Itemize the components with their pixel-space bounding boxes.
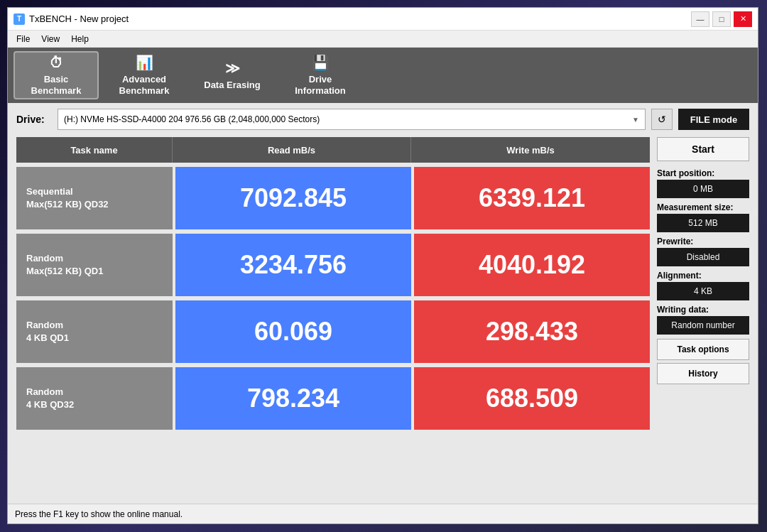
prewrite-label: Prewrite: — [657, 237, 749, 246]
basic-benchmark-icon: ⏱ — [49, 55, 63, 71]
alignment-group: Alignment: 4 KB — [657, 271, 749, 300]
main-window: T TxBENCH - New project — □ ✕ File View … — [7, 7, 758, 524]
advanced-benchmark-label: AdvancedBenchmark — [119, 74, 170, 96]
drive-select[interactable]: (H:) NVMe HS-SSD-A4000 204 976.56 GB (2,… — [58, 109, 646, 130]
row-label-random-512kb: RandomMax(512 KB) QD1 — [16, 234, 173, 296]
status-text: Press the F1 key to show the online manu… — [15, 509, 183, 519]
writing-data-group: Writing data: Random number — [657, 305, 749, 335]
title-bar-controls: — □ ✕ — [691, 11, 752, 27]
window-title: TxBENCH - New project — [29, 13, 129, 24]
alignment-value: 4 KB — [657, 282, 749, 300]
writing-data-value: Random number — [657, 316, 749, 335]
title-bar: T TxBENCH - New project — □ ✕ — [8, 8, 758, 31]
drive-label: Drive: — [16, 114, 52, 125]
read-value-random-512kb: 3234.756 — [175, 234, 411, 296]
close-button[interactable]: ✕ — [734, 11, 752, 27]
menu-bar: File View Help — [8, 31, 758, 48]
toolbar: ⏱ BasicBenchmark 📊 AdvancedBenchmark ≫ D… — [8, 48, 758, 103]
sidebar: Start Start position: 0 MB Measurement s… — [657, 137, 749, 498]
col-header-read: Read mB/s — [173, 137, 411, 163]
start-position-label: Start position: — [657, 168, 749, 178]
alignment-label: Alignment: — [657, 271, 749, 281]
title-bar-left: T TxBENCH - New project — [13, 13, 129, 25]
tab-basic-benchmark[interactable]: ⏱ BasicBenchmark — [13, 51, 99, 99]
measurement-size-label: Measurement size: — [657, 202, 749, 212]
status-bar: Press the F1 key to show the online manu… — [8, 504, 758, 523]
advanced-benchmark-icon: 📊 — [136, 54, 153, 71]
table-header: Task name Read mB/s Write mB/s — [16, 137, 650, 163]
read-value-random-4kb-qd32: 798.234 — [175, 367, 411, 430]
prewrite-value: Disabled — [657, 248, 749, 266]
drive-information-icon: 💾 — [312, 54, 330, 71]
task-options-button[interactable]: Task options — [657, 339, 749, 360]
write-value-sequential: 6339.121 — [414, 167, 650, 229]
write-value-random-512kb: 4040.192 — [414, 234, 650, 296]
measurement-size-value: 512 MB — [657, 214, 749, 232]
tab-drive-information[interactable]: 💾 DriveInformation — [278, 51, 363, 99]
tab-data-erasing[interactable]: ≫ Data Erasing — [190, 51, 275, 99]
drive-refresh-button[interactable]: ↺ — [651, 109, 673, 130]
start-position-group: Start position: 0 MB — [657, 168, 749, 198]
row-label-random-4kb-qd32: Random4 KB QD32 — [16, 367, 173, 430]
main-layout: Task name Read mB/s Write mB/s Sequentia… — [16, 137, 749, 498]
data-erasing-label: Data Erasing — [204, 80, 260, 91]
menu-view[interactable]: View — [36, 33, 65, 45]
write-value-random-4kb-qd1: 298.433 — [414, 300, 650, 363]
writing-data-label: Writing data: — [657, 305, 749, 315]
file-mode-button[interactable]: FILE mode — [678, 109, 749, 130]
start-position-value: 0 MB — [657, 180, 749, 198]
minimize-button[interactable]: — — [691, 11, 709, 27]
basic-benchmark-label: BasicBenchmark — [31, 74, 82, 96]
table-section: Task name Read mB/s Write mB/s Sequentia… — [16, 137, 650, 498]
menu-file[interactable]: File — [11, 33, 36, 45]
history-button[interactable]: History — [657, 363, 749, 384]
write-value-random-4kb-qd32: 688.509 — [414, 367, 650, 430]
row-label-sequential: SequentialMax(512 KB) QD32 — [16, 167, 173, 229]
table-row: Random4 KB QD1 60.069 298.433 — [16, 300, 650, 363]
tab-advanced-benchmark[interactable]: 📊 AdvancedBenchmark — [102, 51, 187, 99]
menu-help[interactable]: Help — [65, 33, 94, 45]
drive-select-text: (H:) NVMe HS-SSD-A4000 204 976.56 GB (2,… — [64, 114, 320, 124]
maximize-button[interactable]: □ — [712, 11, 731, 27]
col-header-write: Write mB/s — [411, 137, 650, 163]
table-body: SequentialMax(512 KB) QD32 7092.845 6339… — [16, 163, 650, 430]
read-value-random-4kb-qd1: 60.069 — [175, 300, 411, 363]
row-label-random-4kb-qd1: Random4 KB QD1 — [16, 300, 173, 363]
refresh-icon: ↺ — [658, 114, 666, 125]
table-row: RandomMax(512 KB) QD1 3234.756 4040.192 — [16, 234, 650, 296]
prewrite-group: Prewrite: Disabled — [657, 237, 749, 266]
drive-row: Drive: (H:) NVMe HS-SSD-A4000 204 976.56… — [16, 109, 749, 130]
data-erasing-icon: ≫ — [225, 60, 240, 77]
read-value-sequential: 7092.845 — [175, 167, 411, 229]
app-icon: T — [13, 13, 25, 25]
start-button[interactable]: Start — [657, 137, 749, 161]
chevron-down-icon: ▼ — [632, 116, 639, 124]
col-header-task: Task name — [16, 137, 173, 163]
table-row: Random4 KB QD32 798.234 688.509 — [16, 367, 650, 430]
table-row: SequentialMax(512 KB) QD32 7092.845 6339… — [16, 167, 650, 229]
content-area: Drive: (H:) NVMe HS-SSD-A4000 204 976.56… — [8, 103, 758, 504]
drive-information-label: DriveInformation — [295, 74, 346, 96]
measurement-size-group: Measurement size: 512 MB — [657, 202, 749, 232]
